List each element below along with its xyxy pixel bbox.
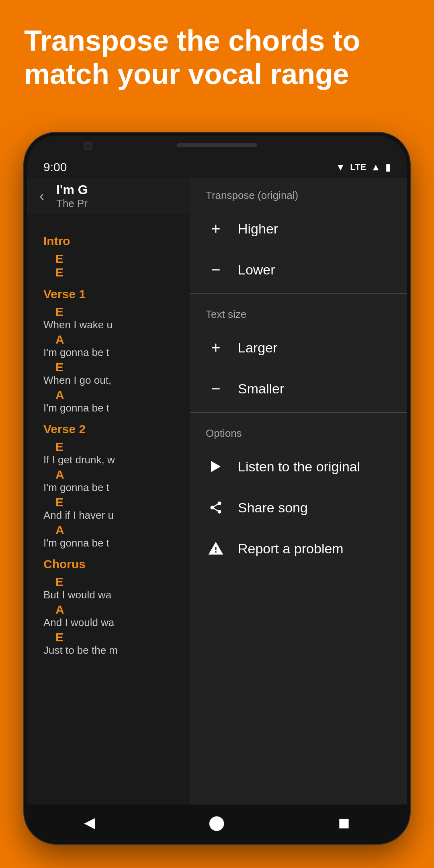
plus-icon: +: [206, 219, 226, 239]
wifi-icon: ▼: [336, 162, 346, 173]
smaller-button[interactable]: − Smaller: [190, 368, 407, 409]
smaller-minus-icon: −: [206, 379, 226, 399]
share-song-button[interactable]: Share song: [190, 487, 407, 528]
recents-nav-icon[interactable]: ◼: [338, 814, 350, 831]
report-label: Report a problem: [238, 541, 344, 557]
larger-button[interactable]: + Larger: [190, 327, 407, 368]
volume-button: [407, 236, 410, 268]
higher-label: Higher: [238, 221, 278, 237]
larger-plus-icon: +: [206, 338, 226, 358]
divider-1: [190, 293, 407, 294]
text-size-title: Text size: [190, 297, 407, 327]
back-button[interactable]: ‹: [39, 188, 44, 205]
dropdown-menu: Transpose (original) + Higher − Lower Te…: [190, 178, 407, 805]
share-icon: [206, 497, 226, 518]
divider-2: [190, 412, 407, 413]
play-icon: [206, 457, 226, 477]
phone-speaker: [177, 143, 257, 147]
options-title: Options: [190, 416, 407, 446]
phone-frame: 9:00 ▼ LTE ▲ ▮ ‹ I'm G The Pr Intro E E …: [24, 133, 410, 844]
lte-icon: LTE: [350, 162, 366, 172]
song-info: I'm G The Pr: [56, 182, 88, 210]
signal-icon: ▲: [371, 162, 381, 173]
header-text: Transpose the chords to match your vocal…: [24, 24, 410, 91]
share-label: Share song: [238, 500, 308, 516]
smaller-label: Smaller: [238, 381, 284, 397]
home-nav-icon[interactable]: ⬤: [209, 814, 225, 831]
song-title: I'm G: [56, 182, 88, 197]
listen-original-button[interactable]: Listen to the original: [190, 446, 407, 487]
higher-button[interactable]: + Higher: [190, 208, 407, 249]
battery-icon: ▮: [385, 162, 391, 173]
back-nav-icon[interactable]: ◀: [84, 814, 95, 831]
minus-icon: −: [206, 260, 226, 280]
warning-icon: [206, 538, 226, 559]
bottom-nav: ◀ ⬤ ◼: [27, 805, 407, 841]
transpose-title: Transpose (original): [190, 178, 407, 208]
power-button: [407, 289, 410, 337]
lower-label: Lower: [238, 262, 275, 278]
phone-camera: [84, 141, 92, 150]
status-icons: ▼ LTE ▲ ▮: [336, 162, 391, 173]
status-bar: 9:00 ▼ LTE ▲ ▮: [27, 156, 407, 178]
listen-label: Listen to the original: [238, 459, 360, 475]
song-artist: The Pr: [56, 197, 88, 210]
report-problem-button[interactable]: Report a problem: [190, 528, 407, 569]
larger-label: Larger: [238, 340, 277, 356]
lower-button[interactable]: − Lower: [190, 249, 407, 290]
status-time: 9:00: [43, 160, 67, 174]
